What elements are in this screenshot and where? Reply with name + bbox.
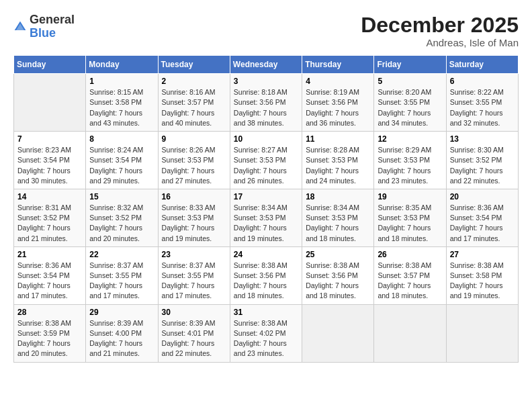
calendar-week-row: 7Sunrise: 8:23 AMSunset: 3:54 PMDaylight… [14, 132, 519, 189]
day-number: 26 [378, 250, 442, 259]
day-number: 10 [234, 134, 298, 144]
day-number: 15 [89, 192, 154, 201]
calendar-cell: 23Sunrise: 8:37 AMSunset: 3:55 PMDayligh… [158, 246, 230, 304]
day-number: 30 [162, 308, 226, 317]
day-info: Sunrise: 8:39 AMSunset: 4:00 PMDaylight:… [89, 318, 154, 359]
calendar-title: December 2025 [361, 13, 519, 37]
calendar-cell: 21Sunrise: 8:36 AMSunset: 3:54 PMDayligh… [14, 246, 86, 304]
calendar-cell: 25Sunrise: 8:38 AMSunset: 3:56 PMDayligh… [302, 246, 374, 304]
calendar-cell: 27Sunrise: 8:38 AMSunset: 3:58 PMDayligh… [446, 246, 518, 304]
day-info: Sunrise: 8:26 AMSunset: 3:53 PMDaylight:… [162, 145, 226, 186]
day-number: 29 [89, 308, 154, 317]
calendar-cell: 19Sunrise: 8:35 AMSunset: 3:53 PMDayligh… [374, 189, 446, 246]
calendar-cell [446, 304, 518, 362]
calendar-cell: 31Sunrise: 8:38 AMSunset: 4:02 PMDayligh… [230, 304, 302, 362]
day-number: 24 [234, 250, 298, 259]
day-info: Sunrise: 8:29 AMSunset: 3:53 PMDaylight:… [378, 145, 442, 186]
day-info: Sunrise: 8:37 AMSunset: 3:55 PMDaylight:… [89, 261, 154, 302]
day-info: Sunrise: 8:32 AMSunset: 3:52 PMDaylight:… [89, 203, 154, 244]
calendar-cell: 24Sunrise: 8:38 AMSunset: 3:56 PMDayligh… [230, 246, 302, 304]
calendar-cell: 29Sunrise: 8:39 AMSunset: 4:00 PMDayligh… [86, 304, 158, 362]
day-info: Sunrise: 8:24 AMSunset: 3:54 PMDaylight:… [89, 145, 154, 186]
day-info: Sunrise: 8:38 AMSunset: 3:56 PMDaylight:… [234, 261, 298, 302]
day-info: Sunrise: 8:23 AMSunset: 3:54 PMDaylight:… [17, 145, 82, 186]
day-info: Sunrise: 8:30 AMSunset: 3:52 PMDaylight:… [450, 145, 515, 186]
calendar-cell: 12Sunrise: 8:29 AMSunset: 3:53 PMDayligh… [374, 132, 446, 189]
calendar-cell: 4Sunrise: 8:19 AMSunset: 3:56 PMDaylight… [302, 74, 374, 132]
logo-icon [13, 20, 27, 34]
calendar-cell: 13Sunrise: 8:30 AMSunset: 3:52 PMDayligh… [446, 132, 518, 189]
day-info: Sunrise: 8:22 AMSunset: 3:55 PMDaylight:… [450, 87, 515, 128]
day-number: 27 [450, 250, 515, 259]
day-info: Sunrise: 8:16 AMSunset: 3:57 PMDaylight:… [162, 87, 226, 128]
calendar-cell: 7Sunrise: 8:23 AMSunset: 3:54 PMDaylight… [14, 132, 86, 189]
day-info: Sunrise: 8:38 AMSunset: 3:56 PMDaylight:… [306, 261, 370, 302]
day-number: 14 [17, 192, 82, 201]
day-number: 16 [162, 192, 226, 201]
calendar-week-row: 21Sunrise: 8:36 AMSunset: 3:54 PMDayligh… [14, 246, 519, 304]
day-number: 9 [162, 134, 226, 144]
calendar-cell: 5Sunrise: 8:20 AMSunset: 3:55 PMDaylight… [374, 74, 446, 132]
calendar-body: 1Sunrise: 8:15 AMSunset: 3:58 PMDaylight… [14, 74, 519, 362]
day-info: Sunrise: 8:31 AMSunset: 3:52 PMDaylight:… [17, 203, 82, 244]
logo-line1: General [30, 13, 75, 27]
calendar-cell: 16Sunrise: 8:33 AMSunset: 3:53 PMDayligh… [158, 189, 230, 246]
calendar-cell [302, 304, 374, 362]
logo-text: General Blue [30, 13, 75, 40]
calendar-cell: 20Sunrise: 8:36 AMSunset: 3:54 PMDayligh… [446, 189, 518, 246]
day-number: 21 [17, 250, 82, 259]
day-number: 17 [234, 192, 298, 201]
day-of-week-header: Saturday [446, 56, 518, 74]
day-number: 19 [378, 192, 442, 201]
day-info: Sunrise: 8:36 AMSunset: 3:54 PMDaylight:… [450, 203, 515, 244]
calendar-week-row: 14Sunrise: 8:31 AMSunset: 3:52 PMDayligh… [14, 189, 519, 246]
calendar-subtitle: Andreas, Isle of Man [361, 37, 519, 48]
day-info: Sunrise: 8:19 AMSunset: 3:56 PMDaylight:… [306, 87, 370, 128]
day-info: Sunrise: 8:20 AMSunset: 3:55 PMDaylight:… [378, 87, 442, 128]
calendar-table: SundayMondayTuesdayWednesdayThursdayFrid… [13, 55, 519, 362]
day-info: Sunrise: 8:38 AMSunset: 3:59 PMDaylight:… [17, 318, 82, 359]
day-of-week-header: Sunday [14, 56, 86, 74]
calendar-cell: 30Sunrise: 8:39 AMSunset: 4:01 PMDayligh… [158, 304, 230, 362]
day-of-week-header: Thursday [302, 56, 374, 74]
day-number: 8 [89, 134, 154, 144]
day-number: 23 [162, 250, 226, 259]
day-info: Sunrise: 8:34 AMSunset: 3:53 PMDaylight:… [234, 203, 298, 244]
title-block: December 2025 Andreas, Isle of Man [361, 13, 519, 48]
calendar-cell [14, 74, 86, 132]
day-number: 7 [17, 134, 82, 144]
day-number: 1 [89, 77, 154, 86]
day-of-week-header: Wednesday [230, 56, 302, 74]
day-info: Sunrise: 8:35 AMSunset: 3:53 PMDaylight:… [378, 203, 442, 244]
page-header: General Blue December 2025 Andreas, Isle… [13, 13, 519, 48]
calendar-cell: 1Sunrise: 8:15 AMSunset: 3:58 PMDaylight… [86, 74, 158, 132]
day-number: 2 [162, 77, 226, 86]
calendar-week-row: 28Sunrise: 8:38 AMSunset: 3:59 PMDayligh… [14, 304, 519, 362]
day-number: 31 [234, 308, 298, 317]
header-row: SundayMondayTuesdayWednesdayThursdayFrid… [14, 56, 519, 74]
day-number: 20 [450, 192, 515, 201]
day-number: 3 [234, 77, 298, 86]
day-number: 22 [89, 250, 154, 259]
day-info: Sunrise: 8:38 AMSunset: 3:57 PMDaylight:… [378, 261, 442, 302]
calendar-cell: 15Sunrise: 8:32 AMSunset: 3:52 PMDayligh… [86, 189, 158, 246]
day-number: 13 [450, 134, 515, 144]
day-info: Sunrise: 8:34 AMSunset: 3:53 PMDaylight:… [306, 203, 370, 244]
day-number: 18 [306, 192, 370, 201]
day-info: Sunrise: 8:37 AMSunset: 3:55 PMDaylight:… [162, 261, 226, 302]
calendar-cell: 17Sunrise: 8:34 AMSunset: 3:53 PMDayligh… [230, 189, 302, 246]
calendar-cell: 28Sunrise: 8:38 AMSunset: 3:59 PMDayligh… [14, 304, 86, 362]
day-info: Sunrise: 8:28 AMSunset: 3:53 PMDaylight:… [306, 145, 370, 186]
logo-line2: Blue [30, 27, 75, 40]
day-number: 25 [306, 250, 370, 259]
calendar-cell: 6Sunrise: 8:22 AMSunset: 3:55 PMDaylight… [446, 74, 518, 132]
calendar-cell: 11Sunrise: 8:28 AMSunset: 3:53 PMDayligh… [302, 132, 374, 189]
day-info: Sunrise: 8:36 AMSunset: 3:54 PMDaylight:… [17, 261, 82, 302]
day-number: 4 [306, 77, 370, 86]
day-of-week-header: Monday [86, 56, 158, 74]
day-info: Sunrise: 8:18 AMSunset: 3:56 PMDaylight:… [234, 87, 298, 128]
calendar-cell: 18Sunrise: 8:34 AMSunset: 3:53 PMDayligh… [302, 189, 374, 246]
calendar-header: SundayMondayTuesdayWednesdayThursdayFrid… [14, 56, 519, 74]
day-info: Sunrise: 8:27 AMSunset: 3:53 PMDaylight:… [234, 145, 298, 186]
calendar-week-row: 1Sunrise: 8:15 AMSunset: 3:58 PMDaylight… [14, 74, 519, 132]
